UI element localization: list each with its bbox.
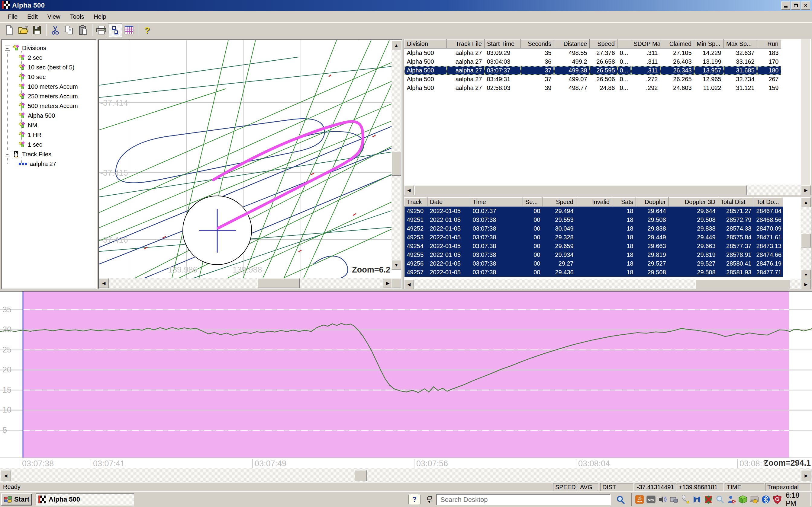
vmware-icon[interactable]: vm	[647, 495, 656, 504]
search-go-button[interactable]	[613, 494, 629, 505]
column-header[interactable]: Run	[757, 40, 781, 49]
column-header[interactable]: Total Dist	[718, 198, 754, 207]
table-row[interactable]: 492502022-01-0503:07:370029.4941829.6442…	[404, 207, 783, 216]
table-row[interactable]: 492522022-01-0503:07:380030.0491829.8382…	[404, 224, 783, 233]
data-grid-button[interactable]	[122, 23, 136, 37]
scroll-left-icon[interactable]: ◀	[404, 279, 414, 289]
column-header[interactable]: Invalid	[576, 198, 612, 207]
division-tree[interactable]: −Divisions2 sec10 sec (best of 5)10 sec1…	[1, 39, 97, 289]
table-row[interactable]: 492532022-01-0503:07:380029.3281829.4492…	[404, 233, 783, 242]
tree-item-1-sec[interactable]: 1 sec	[19, 140, 42, 149]
tray-search-icon[interactable]	[715, 495, 725, 504]
points-table[interactable]: TrackDateTimeSe...SpeedInvalidSatsDopple…	[404, 198, 783, 277]
scroll-right-icon[interactable]: ▶	[801, 279, 811, 289]
security-shield-icon[interactable]	[772, 495, 782, 504]
points-vscrollbar[interactable]: ▲ ▼	[801, 198, 811, 279]
column-header[interactable]: Tot Do...	[754, 198, 783, 207]
column-header[interactable]: Date	[427, 198, 470, 207]
copy-button[interactable]	[62, 23, 76, 37]
plot-points-toggle-button[interactable]	[108, 23, 122, 37]
user-alert-icon[interactable]	[727, 495, 736, 504]
scroll-left-icon[interactable]: ◀	[99, 278, 109, 288]
column-header[interactable]: Track File	[447, 40, 485, 49]
runs-table[interactable]: DivisionTrack FileStart TimeSecondsDista…	[404, 39, 781, 92]
menu-view[interactable]: View	[43, 12, 65, 21]
bluetooth-icon[interactable]	[761, 495, 770, 504]
menu-edit[interactable]: Edit	[22, 12, 42, 21]
column-header[interactable]: Distance	[554, 40, 590, 49]
scroll-right-icon[interactable]: ▶	[801, 185, 811, 195]
new-document-button[interactable]	[2, 23, 16, 37]
shield-disabled-icon[interactable]	[704, 495, 713, 504]
scroll-right-icon[interactable]: ▶	[801, 470, 811, 481]
track-map[interactable]: -37.414-37.415-37.416139.986139.988 Zoom…	[99, 41, 393, 279]
tree-item-1-hr[interactable]: 1 HR	[19, 130, 42, 139]
scroll-up-icon[interactable]: ▲	[801, 198, 811, 207]
tree-item-2-sec[interactable]: 2 sec	[19, 53, 42, 62]
runs-hscrollbar[interactable]: ◀ ▶	[404, 185, 811, 195]
table-row[interactable]: Alpha 500aalpha 2703:04:0336499.226.6580…	[404, 57, 781, 66]
tree-item-10-sec[interactable]: 10 sec	[19, 72, 46, 81]
chart-hscrollbar[interactable]: ◀ ▶	[0, 468, 812, 482]
desktop-help-icon[interactable]: ?	[408, 494, 420, 505]
menu-file[interactable]: File	[3, 12, 22, 21]
volume-icon[interactable]	[658, 495, 667, 504]
table-row[interactable]: Alpha 500aalpha 2702:58:0339498.7724.860…	[404, 83, 781, 92]
scroll-down-icon[interactable]: ▼	[392, 260, 401, 270]
table-row[interactable]: Alpha 500aalpha 2703:09:2935498.5527.376…	[404, 49, 781, 57]
column-header[interactable]: SDOP Max	[631, 40, 660, 49]
column-header[interactable]	[617, 40, 631, 49]
column-header[interactable]: Se...	[523, 198, 543, 207]
map-vscroll-thumb[interactable]	[392, 152, 401, 176]
menu-help[interactable]: Help	[89, 12, 111, 21]
table-row[interactable]: 492562022-01-0503:07:380029.271829.52729…	[404, 259, 783, 268]
map-pane[interactable]: -37.414-37.415-37.416139.986139.988 Zoom…	[98, 39, 402, 289]
package-icon[interactable]	[738, 495, 747, 504]
column-header[interactable]: Track	[404, 198, 427, 207]
title-bar[interactable]: Alpha 500 ×	[0, 0, 812, 11]
points-hscroll-thumb[interactable]	[695, 279, 790, 289]
column-header[interactable]: Time	[470, 198, 523, 207]
cut-button[interactable]	[48, 23, 62, 37]
speed-chart-pane[interactable]: 3530252015105 Zoom=294.1 03:07:3803:07:4…	[0, 291, 812, 468]
column-header[interactable]: Claimed	[660, 40, 694, 49]
scroll-left-icon[interactable]: ◀	[404, 185, 414, 195]
runs-hscroll-thumb[interactable]	[414, 185, 747, 195]
menu-tools[interactable]: Tools	[65, 12, 89, 21]
column-header[interactable]: Max Sp...	[724, 40, 757, 49]
tree-item-500-meters-accum[interactable]: 500 meters Accum	[19, 101, 78, 110]
scroll-left-icon[interactable]: ◀	[1, 470, 11, 481]
minimize-button[interactable]	[781, 1, 790, 10]
chart-hscroll-thumb[interactable]	[355, 470, 367, 481]
search-input[interactable]	[436, 494, 611, 505]
tree-section-track-files[interactable]: −Track Files	[5, 150, 51, 159]
points-vscroll-thumb[interactable]	[801, 234, 811, 247]
card-reader-icon[interactable]	[669, 495, 679, 504]
close-button[interactable]: ×	[801, 1, 810, 10]
collapse-icon[interactable]: −	[5, 152, 10, 157]
map-hscroll-thumb[interactable]	[257, 278, 300, 288]
table-row[interactable]: 492572022-01-0503:07:380029.4361829.5082…	[404, 268, 783, 277]
print-button[interactable]	[94, 23, 108, 37]
points-hscrollbar[interactable]: ◀ ▶	[404, 279, 811, 289]
column-header[interactable]: Seconds	[521, 40, 554, 49]
help-button[interactable]: ?	[140, 23, 154, 37]
keyboard-lock-icon[interactable]	[750, 495, 759, 504]
tree-section-divisions[interactable]: −Divisions	[5, 44, 46, 53]
tree-item-10-sec-best-of-5-[interactable]: 10 sec (best of 5)	[19, 63, 74, 72]
table-row[interactable]: Alpha 500aalpha 2703:07:3737499.3826.595…	[404, 66, 781, 75]
tree-item-aalpha-27[interactable]: aalpha 27	[19, 159, 56, 168]
open-file-button[interactable]	[16, 23, 30, 37]
tree-item-100-meters-accum[interactable]: 100 meters Accum	[19, 82, 78, 91]
java-icon[interactable]	[635, 495, 644, 504]
column-header[interactable]: Speed	[590, 40, 617, 49]
table-row[interactable]: Alpha 500aalpha 2703:49:3137499.0726.506…	[404, 75, 781, 83]
column-header[interactable]: Min Sp...	[694, 40, 724, 49]
pointer-device-icon[interactable]	[681, 495, 690, 504]
column-header[interactable]: Doppler	[636, 198, 668, 207]
mcafee-icon[interactable]	[692, 495, 702, 504]
table-row[interactable]: 492512022-01-0503:07:380029.5531829.5082…	[404, 216, 783, 224]
maximize-button[interactable]	[791, 1, 800, 10]
column-header[interactable]: Sats	[612, 198, 636, 207]
column-header[interactable]: Speed	[543, 198, 576, 207]
